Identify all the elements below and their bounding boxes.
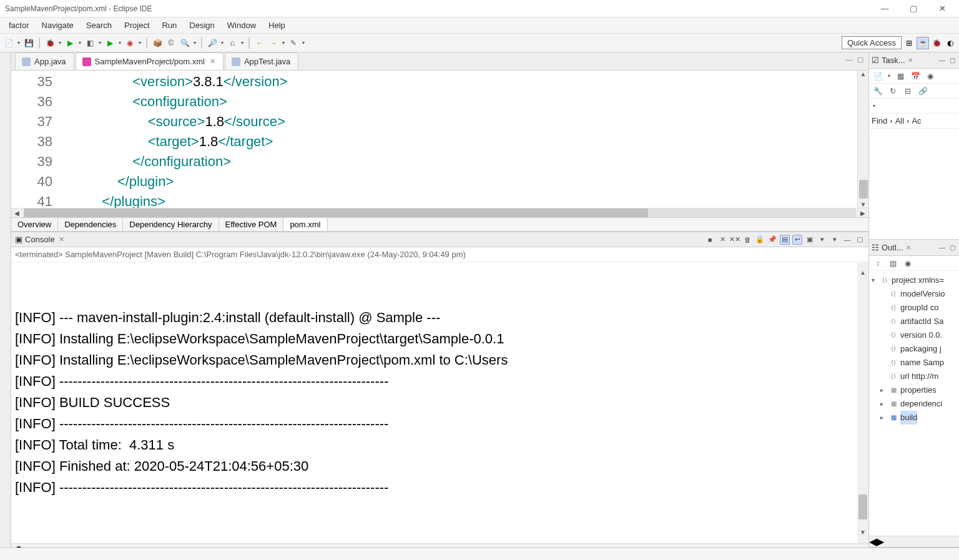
dropdown-arrow[interactable]: ▾ <box>137 40 142 46</box>
sub-tab-dependencies[interactable]: Dependencies <box>58 218 123 231</box>
focus-icon[interactable]: ◉ <box>924 70 937 82</box>
remove-launch-icon[interactable]: ✕ <box>717 235 727 245</box>
menu-help[interactable]: Help <box>262 19 292 32</box>
other-perspective-icon[interactable]: ◐ <box>944 37 957 49</box>
scroll-left-arrow[interactable]: ◀ <box>869 536 877 548</box>
maximize-view-icon[interactable]: ▢ <box>856 55 865 64</box>
tab-apptest-java[interactable]: AppTest.java <box>225 52 298 70</box>
search-icon[interactable]: 🔎 <box>206 37 219 49</box>
outline-horizontal-scrollbar[interactable]: ◀ ▶ <box>869 536 959 547</box>
minimize-view-icon[interactable]: — <box>938 56 947 65</box>
maximize-button[interactable]: ▢ <box>899 0 928 17</box>
display-selected-icon[interactable]: ▾ <box>817 235 827 245</box>
last-edit-icon[interactable]: ✎ <box>287 37 300 49</box>
menu-navigate[interactable]: Navigate <box>36 19 80 32</box>
scroll-right-arrow[interactable]: ▶ <box>19 543 26 548</box>
link-icon[interactable]: 🔗 <box>917 85 929 97</box>
debug-perspective-icon[interactable]: 🐞 <box>930 37 943 49</box>
dropdown-arrow[interactable]: ▾ <box>301 40 306 46</box>
tree-row[interactable]: ⟨⟩name Samp <box>872 356 957 370</box>
clear-console-icon[interactable]: 🗑 <box>742 235 752 245</box>
external-icon[interactable]: ◉ <box>124 37 136 49</box>
new-console-icon[interactable]: ▾ <box>830 235 840 245</box>
activate-filter[interactable]: Ac <box>912 116 921 125</box>
sub-tab-dep-hierarchy[interactable]: Dependency Hierarchy <box>123 218 219 231</box>
left-view-strip[interactable] <box>0 52 11 548</box>
find-filter[interactable]: Find <box>872 116 887 125</box>
tab-app-java[interactable]: App.java <box>15 52 74 70</box>
tree-row[interactable]: ⟨⟩modelVersio <box>872 287 957 301</box>
sub-tab-effective-pom[interactable]: Effective POM <box>219 218 284 231</box>
dropdown-arrow[interactable]: ▾ <box>97 40 102 46</box>
dropdown-arrow[interactable]: ▾ <box>16 40 21 46</box>
scroll-up-arrow[interactable]: ▲ <box>860 71 867 77</box>
categorize-icon[interactable]: ▦ <box>894 70 907 82</box>
scroll-left-arrow[interactable]: ◀ <box>11 543 19 548</box>
scroll-up-arrow[interactable]: ▲ <box>860 262 866 283</box>
editor-horizontal-scrollbar[interactable]: ◀ ▶ <box>11 208 868 217</box>
focus-icon[interactable]: ◉ <box>902 257 914 270</box>
open-perspective-icon[interactable]: ⊞ <box>903 37 915 49</box>
maximize-view-icon[interactable]: ▢ <box>948 243 957 252</box>
scroll-lock-icon[interactable]: 🔒 <box>755 235 765 245</box>
console-close-icon[interactable]: ✕ <box>59 235 64 243</box>
word-wrap-icon[interactable]: ↩ <box>792 235 802 245</box>
minimize-view-icon[interactable]: — <box>842 235 852 245</box>
tree-row-project[interactable]: ▾⟨⟩project xmlns= <box>872 273 957 287</box>
menu-project[interactable]: Project <box>118 19 155 32</box>
scroll-thumb[interactable] <box>24 209 648 217</box>
dropdown-arrow[interactable]: ▾ <box>240 40 245 46</box>
tree-row[interactable]: ⟨⟩version 0.0. <box>872 328 957 342</box>
scroll-right-arrow[interactable]: ▶ <box>877 536 884 548</box>
filter-icon[interactable]: ▤ <box>887 257 899 270</box>
scroll-left-arrow[interactable]: ◀ <box>11 210 22 217</box>
new-icon[interactable]: 📄 <box>2 37 15 49</box>
minimize-view-icon[interactable]: — <box>938 243 947 252</box>
new-class-icon[interactable]: © <box>165 37 177 49</box>
scroll-right-arrow[interactable]: ▶ <box>857 210 868 217</box>
console-horizontal-scrollbar[interactable]: ◀ ▶ <box>11 543 868 548</box>
open-type-icon[interactable]: 🔍 <box>179 37 191 49</box>
dropdown-arrow[interactable]: ▾ <box>117 40 122 46</box>
schedule-icon[interactable]: 📅 <box>909 70 922 82</box>
back-icon[interactable]: ← <box>253 37 266 49</box>
sort-icon[interactable]: ↕ <box>872 257 884 270</box>
java-perspective-icon[interactable]: ☕ <box>917 37 929 49</box>
menu-design[interactable]: Design <box>183 19 220 32</box>
run-last-icon[interactable]: ▶ <box>104 37 116 49</box>
forward-icon[interactable]: → <box>267 37 280 49</box>
tree-row-dependencies[interactable]: ▸▦dependenci <box>872 397 957 411</box>
show-console-icon[interactable]: ▤ <box>780 235 790 245</box>
dropdown-arrow[interactable]: ▾ <box>77 40 82 46</box>
console-output[interactable]: [INFO] --- maven-install-plugin:2.4:inst… <box>11 262 868 543</box>
filter-icon[interactable]: 🔧 <box>872 85 884 97</box>
all-filter[interactable]: All <box>895 116 904 125</box>
tree-row[interactable]: ⟨⟩artifactId Sa <box>872 315 957 328</box>
new-task-icon[interactable]: 📄 <box>872 70 884 82</box>
tree-row[interactable]: ⟨⟩packaging j <box>872 342 957 356</box>
menu-run[interactable]: Run <box>156 19 184 32</box>
close-button[interactable]: ✕ <box>928 0 957 17</box>
console-vertical-scrollbar[interactable]: ▲ ▼ <box>857 262 868 543</box>
remove-all-icon[interactable]: ✕✕ <box>730 235 740 245</box>
terminate-icon[interactable]: ■ <box>705 235 715 245</box>
sub-tab-overview[interactable]: Overview <box>11 218 58 231</box>
new-package-icon[interactable]: 📦 <box>151 37 164 49</box>
dropdown-arrow[interactable]: ▾ <box>220 40 225 46</box>
tab-pom-xml[interactable]: SampleMavenProject/pom.xml ✕ <box>76 52 224 70</box>
sync-icon[interactable]: ↻ <box>887 85 899 97</box>
dropdown-arrow[interactable]: ▾ <box>192 40 197 46</box>
coverage-icon[interactable]: ◧ <box>84 37 96 49</box>
dropdown-arrow[interactable]: ▾ <box>57 40 62 46</box>
minimize-button[interactable]: — <box>870 0 899 17</box>
tree-row[interactable]: ⟨⟩url http://m <box>872 370 957 383</box>
toggle-icon[interactable]: ⎌ <box>226 37 239 49</box>
collapse-icon[interactable]: ⊟ <box>902 85 914 97</box>
scroll-down-arrow[interactable]: ▼ <box>860 522 866 543</box>
scroll-down-arrow[interactable]: ▼ <box>860 201 867 208</box>
tree-row[interactable]: ⟨⟩groupId co <box>872 301 957 315</box>
quick-access[interactable]: Quick Access <box>842 36 902 49</box>
task-list-body[interactable] <box>869 129 959 239</box>
editor-vertical-scrollbar[interactable]: ▲ ▼ <box>857 71 868 208</box>
pin-console-icon[interactable]: 📌 <box>767 235 777 245</box>
